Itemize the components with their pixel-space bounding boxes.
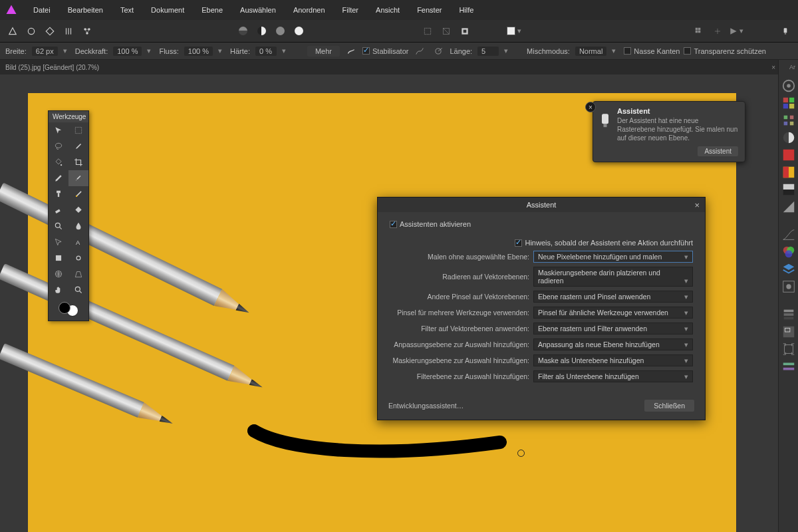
persona-export-icon[interactable]	[80, 24, 94, 39]
tool-text[interactable]: A	[68, 234, 88, 250]
persona-develop-icon[interactable]	[43, 24, 57, 39]
close-icon[interactable]: ×	[694, 200, 700, 210]
menu-filter[interactable]: Filter	[336, 3, 365, 17]
chevron-down-icon[interactable]: ▾	[218, 47, 222, 55]
tool-ellipse[interactable]	[68, 250, 88, 266]
opt-deckkraft-value[interactable]: 100 %	[113, 47, 142, 56]
close-icon[interactable]: ×	[771, 64, 775, 71]
tool-perspective[interactable]	[68, 266, 88, 282]
tool-crop[interactable]	[68, 154, 88, 170]
menu-ebene[interactable]: Ebene	[195, 3, 229, 17]
dlg-row-select[interactable]: Filter als Unterebene hinzufügen	[533, 370, 693, 382]
menu-fenster[interactable]: Fenster	[410, 3, 448, 17]
tool-mesh[interactable]	[49, 266, 68, 282]
blend-gray-icon[interactable]	[273, 24, 287, 39]
persona-tone-icon[interactable]	[61, 24, 76, 39]
swatches-icon[interactable]	[781, 96, 796, 110]
tool-fill[interactable]	[68, 202, 88, 218]
stack-icon[interactable]	[781, 262, 796, 277]
layers-colored-icon[interactable]	[781, 245, 796, 259]
mehr-button[interactable]: Mehr	[307, 46, 340, 57]
tool-move[interactable]	[49, 122, 68, 138]
persona-photo-icon[interactable]	[5, 24, 20, 39]
close-icon[interactable]: ×	[585, 102, 596, 112]
close-button[interactable]: Schließen	[644, 400, 694, 412]
dlg-row-select[interactable]: Ebene rastern und Pinsel anwenden	[533, 291, 693, 303]
blend-white-icon[interactable]	[291, 24, 306, 39]
info-icon[interactable]	[781, 359, 796, 374]
blend-normal-icon[interactable]	[235, 24, 250, 39]
opt-fluss-value[interactable]: 100 %	[184, 47, 213, 56]
menu-auswaehlen[interactable]: Auswählen	[233, 3, 283, 17]
opt-breite-value[interactable]: 62 px	[32, 47, 58, 56]
marquee-dotted-icon[interactable]	[420, 24, 435, 39]
history-icon[interactable]	[781, 307, 796, 322]
chevron-down-icon[interactable]: ▾	[63, 47, 67, 55]
tool-dodge[interactable]	[49, 218, 68, 234]
gradient-icon[interactable]	[781, 165, 796, 180]
marquee-cross-icon[interactable]	[439, 24, 454, 39]
tool-clone[interactable]	[49, 186, 68, 202]
tool-selection-brush[interactable]	[68, 138, 88, 154]
menu-bearbeiten[interactable]: Bearbeiten	[61, 3, 110, 17]
snap-icon[interactable]	[710, 24, 725, 39]
stabilisator-checkbox[interactable]: Stabilisator	[362, 47, 408, 55]
quickmask-icon[interactable]	[458, 24, 472, 39]
stabilize-curve-icon[interactable]	[412, 44, 427, 59]
document-tab[interactable]: Bild (25).jpg [Geändert] (20.7%) ×	[0, 60, 798, 74]
chevron-down-icon[interactable]: ▾	[147, 47, 151, 55]
brushes-icon[interactable]	[781, 113, 796, 128]
blend-contrast-icon[interactable]	[254, 24, 269, 39]
tool-erase[interactable]	[49, 202, 68, 218]
adjustments-icon[interactable]	[781, 130, 796, 145]
tool-dropdown-icon[interactable]: ▾	[729, 24, 743, 39]
menu-text[interactable]: Text	[114, 3, 140, 17]
dlg-row-select[interactable]: Maskierungsebene darin platzieren und ra…	[533, 267, 693, 287]
chevron-down-icon[interactable]: ▾	[282, 47, 286, 55]
brush-settings-icon[interactable]	[344, 44, 358, 59]
chevron-down-icon[interactable]: ▾	[612, 47, 616, 55]
nasse-kanten-checkbox[interactable]: Nasse Kanten	[624, 47, 680, 55]
notification-button[interactable]: Assistent	[698, 146, 738, 156]
hint-checkbox[interactable]: Hinweis, sobald der Assistent eine Aktio…	[515, 239, 693, 247]
menu-datei[interactable]: Datei	[27, 3, 57, 17]
fx-icon[interactable]	[781, 279, 796, 294]
tool-zoom[interactable]	[68, 282, 88, 298]
right-tab-label[interactable]: Ar	[789, 64, 795, 70]
dlg-row-select[interactable]: Neue Pixelebene hinzufügen und malen	[533, 251, 693, 263]
menu-dokument[interactable]: Dokument	[144, 3, 191, 17]
assistant-icon[interactable]	[778, 24, 793, 39]
tool-pen[interactable]	[49, 170, 68, 186]
activate-assistant-checkbox[interactable]: Assistenten aktivieren	[390, 220, 471, 228]
swatch-dropdown-icon[interactable]: ▾	[507, 24, 521, 39]
tool-paint-brush[interactable]	[68, 170, 88, 186]
channels-icon[interactable]	[781, 182, 796, 197]
histogram-red-icon[interactable]	[781, 148, 796, 162]
tool-lasso[interactable]	[49, 138, 68, 154]
canvas[interactable]: Werkzeuge A	[28, 93, 736, 532]
menu-ansicht[interactable]: Ansicht	[369, 3, 406, 17]
tool-hand[interactable]	[49, 282, 68, 298]
levels-icon[interactable]	[781, 200, 796, 214]
chevron-down-icon[interactable]: ▾	[504, 47, 508, 55]
opt-laenge-value[interactable]: 5	[477, 47, 499, 56]
stabilize-line-icon[interactable]	[431, 44, 446, 59]
color-wheel-icon[interactable]	[781, 78, 796, 93]
transform-icon[interactable]	[781, 342, 796, 356]
opt-haerte-value[interactable]: 0 %	[255, 47, 277, 56]
tool-rect-marquee[interactable]	[68, 122, 88, 138]
grid-icon[interactable]	[692, 24, 706, 39]
transparenz-checkbox[interactable]: Transparenz schützen	[684, 47, 765, 55]
tool-node[interactable]	[49, 234, 68, 250]
menu-anordnen[interactable]: Anordnen	[287, 3, 332, 17]
dlg-row-select[interactable]: Anpassung als neue Ebene hinzufügen	[533, 338, 693, 350]
tool-shape[interactable]	[49, 250, 68, 266]
menu-hilfe[interactable]: Hilfe	[452, 3, 480, 17]
dlg-row-select[interactable]: Maske als Unterebene hinzufügen	[533, 354, 693, 366]
tool-color-swatch[interactable]	[49, 298, 88, 321]
navigator-icon[interactable]	[781, 325, 796, 339]
dlg-row-select[interactable]: Ebene rastern und Filter anwenden	[533, 323, 693, 334]
persona-liquify-icon[interactable]	[24, 24, 39, 39]
dev-assistant-link[interactable]: Entwicklungsassistent…	[388, 402, 464, 410]
curves-icon[interactable]	[781, 227, 796, 242]
